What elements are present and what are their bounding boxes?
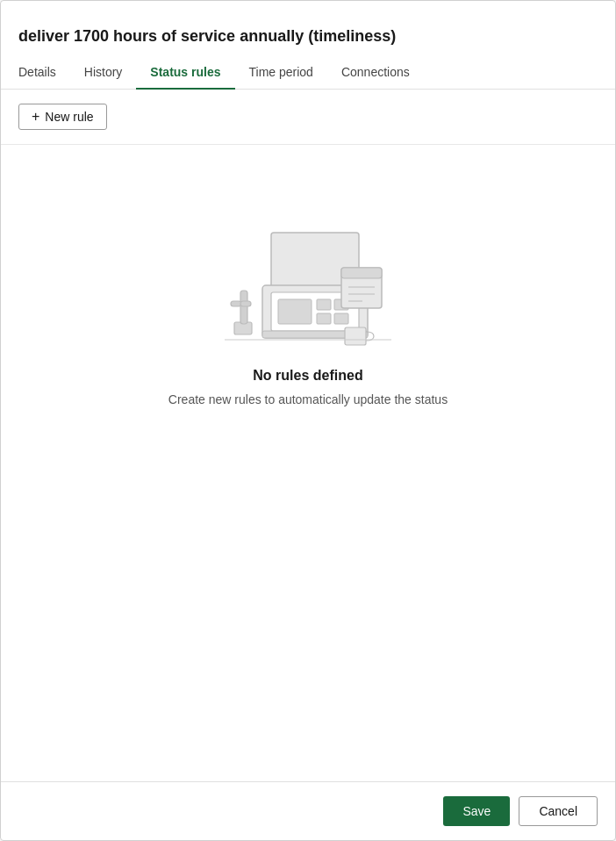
- svg-rect-5: [278, 299, 312, 324]
- svg-rect-9: [334, 313, 348, 324]
- tab-history[interactable]: History: [70, 56, 137, 90]
- empty-illustration: [211, 198, 405, 347]
- tab-details[interactable]: Details: [18, 56, 70, 90]
- empty-state-title: No rules defined: [253, 368, 362, 384]
- tabs-bar: Details History Status rules Time period…: [1, 56, 615, 90]
- svg-rect-12: [240, 291, 247, 324]
- tab-time-period[interactable]: Time period: [235, 56, 327, 90]
- save-button[interactable]: Save: [443, 796, 510, 826]
- modal-container: deliver 1700 hours of service annually (…: [0, 0, 616, 841]
- svg-rect-13: [231, 301, 241, 306]
- svg-rect-20: [345, 327, 366, 345]
- empty-state-subtitle: Create new rules to automatically update…: [168, 392, 448, 406]
- modal-title: deliver 1700 hours of service annually (…: [18, 18, 587, 46]
- new-rule-label: New rule: [45, 110, 93, 124]
- svg-rect-6: [317, 299, 331, 310]
- svg-rect-8: [317, 313, 331, 324]
- tab-connections[interactable]: Connections: [327, 56, 424, 90]
- svg-rect-14: [240, 301, 251, 306]
- content-area: No rules defined Create new rules to aut…: [1, 145, 615, 781]
- modal-header: deliver 1700 hours of service annually (…: [1, 1, 615, 46]
- modal-footer: Save Cancel: [1, 781, 615, 840]
- new-rule-button[interactable]: + New rule: [18, 104, 107, 130]
- tab-status-rules[interactable]: Status rules: [136, 56, 234, 90]
- header-icons: [587, 18, 598, 25]
- plus-icon: +: [32, 110, 39, 124]
- toolbar: + New rule: [1, 90, 615, 145]
- cancel-button[interactable]: Cancel: [519, 796, 598, 826]
- svg-rect-16: [341, 268, 382, 278]
